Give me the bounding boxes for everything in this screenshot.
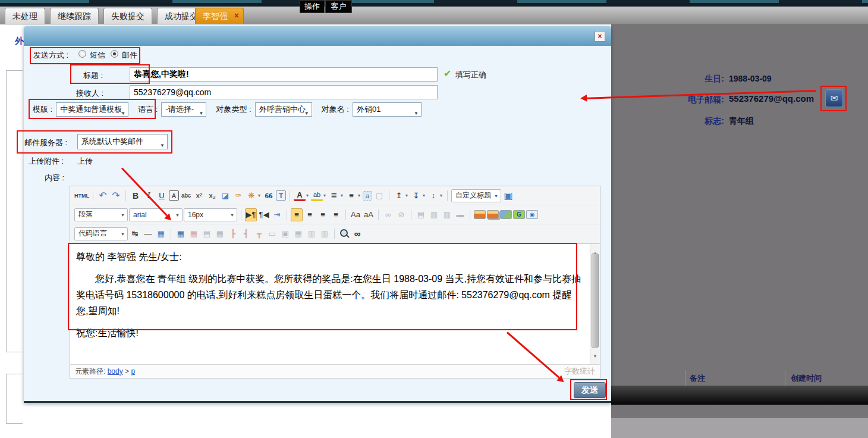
send-button[interactable]: 发送 xyxy=(574,382,606,398)
align-right-icon[interactable]: ≡ xyxy=(317,208,329,221)
target-name-select[interactable]: 外销01 xyxy=(353,102,422,117)
language-select[interactable]: -请选择- xyxy=(161,102,206,117)
send-email-icon[interactable]: ✉ xyxy=(825,89,843,107)
image-inline-icon[interactable]: ▥ xyxy=(428,208,440,221)
image-block-icon[interactable]: ▬ xyxy=(454,208,466,221)
eraser-icon[interactable]: ◪ xyxy=(219,189,231,202)
editor-content-area[interactable]: 尊敬的 李智强 先生/女士: 您好,恭喜您在 青年组 级别的比赛中获奖。您所获得… xyxy=(70,243,600,365)
insert-row-icon[interactable]: ┳ xyxy=(253,227,265,240)
cell-properties-icon[interactable]: ▦ xyxy=(214,227,226,240)
new-page-icon[interactable]: ▢ xyxy=(373,189,385,202)
delete-col-icon[interactable]: ▥ xyxy=(319,227,331,240)
sms-radio[interactable] xyxy=(78,50,86,58)
album-icon[interactable] xyxy=(500,210,512,219)
page-break-icon[interactable]: ↹ xyxy=(129,227,141,240)
search-icon[interactable] xyxy=(338,227,350,240)
uppercase-icon[interactable]: Aa xyxy=(350,208,361,221)
align-left-icon[interactable]: ≡ xyxy=(291,208,303,221)
insert-col-left-icon[interactable]: ┣ xyxy=(227,227,239,240)
scrollbar-thumb[interactable] xyxy=(592,254,599,348)
horizontal-rule-icon[interactable]: — xyxy=(142,227,154,240)
menu-operation[interactable]: 操作 xyxy=(300,0,325,13)
underline-icon[interactable]: U xyxy=(156,189,168,202)
italic-icon[interactable]: I xyxy=(143,189,155,202)
multi-image-icon[interactable] xyxy=(487,210,499,219)
tab-close-icon[interactable]: × xyxy=(234,11,239,20)
title-input[interactable] xyxy=(130,67,438,82)
editor-status-bar: 元素路径: body > p 字数统计 xyxy=(70,364,600,378)
redo-icon[interactable]: ↷ xyxy=(110,189,122,202)
merge-cells-icon[interactable]: ▭ xyxy=(266,227,278,240)
lowercase-icon[interactable]: aA xyxy=(363,208,375,221)
undo-icon[interactable]: ↶ xyxy=(97,189,109,202)
quick-format-icon[interactable]: ❋ xyxy=(246,189,257,202)
delete-row-icon[interactable]: ▥ xyxy=(306,227,317,240)
template-select[interactable]: 中奖通知普通模板 xyxy=(56,102,128,117)
tab-continue-follow[interactable]: 继续跟踪 xyxy=(50,8,99,24)
bold-icon[interactable]: B xyxy=(130,189,141,202)
delete-table-icon[interactable]: ▦ xyxy=(188,227,200,240)
image-align-left-icon[interactable]: ▤ xyxy=(415,208,427,221)
send-message-dialog: × 发送方式 : 短信 邮件 标题 : ✔ 填写正确 接收人 : 模版 : 中奖… xyxy=(24,26,611,403)
font-attr-icon[interactable]: A xyxy=(169,190,179,201)
mail-server-select[interactable]: 系统默认中奖邮件 xyxy=(77,134,168,149)
anchor-icon[interactable]: a xyxy=(363,191,372,201)
flag-label: 标志: xyxy=(654,116,724,127)
unlink-icon[interactable]: ⊘ xyxy=(395,208,407,221)
fullscreen-icon[interactable]: ▣ xyxy=(502,189,514,202)
line-height-icon[interactable]: ↕ xyxy=(427,189,439,202)
link-icon[interactable]: ∞ xyxy=(382,208,394,221)
image-align-right-icon[interactable]: ▥ xyxy=(441,208,453,221)
insert-media-icon[interactable]: ◉ xyxy=(526,210,538,219)
editor-toolbar-row2: 段落arial16px▶¶¶◀⇥≡≡≡≡AaaA∞⊘▤▥▥▬G◉ xyxy=(70,205,600,224)
ltr-paragraph-icon[interactable]: ▶¶ xyxy=(245,208,257,221)
format-brush-icon[interactable]: ✑ xyxy=(232,189,244,202)
font-family-combo[interactable]: arial xyxy=(129,208,183,221)
align-center-icon[interactable]: ≡ xyxy=(304,208,316,221)
paste-as-text-icon[interactable]: T xyxy=(276,190,286,201)
highlight-color-icon[interactable]: ab xyxy=(311,190,323,201)
html-source-icon[interactable]: HTML xyxy=(74,189,89,202)
word-count-link[interactable]: 字数统计 xyxy=(564,366,595,377)
font-color-icon[interactable]: A xyxy=(294,190,306,201)
path-node-p[interactable]: p xyxy=(131,367,135,376)
target-type-select[interactable]: 外呼营销中心 xyxy=(255,102,312,117)
insert-row-below-icon[interactable]: ▦ xyxy=(293,227,304,240)
email-radio[interactable] xyxy=(111,50,118,58)
menu-customer[interactable]: 客户 xyxy=(325,0,352,13)
path-node-body[interactable]: body xyxy=(108,367,123,376)
code-language-combo[interactable]: 代码语言 xyxy=(74,227,128,240)
strikethrough-icon[interactable]: abc xyxy=(180,189,192,202)
recipient-input[interactable] xyxy=(130,85,438,99)
spacing-below-icon[interactable]: ↧ xyxy=(410,189,422,202)
bullet-list-icon[interactable]: ≡ xyxy=(345,189,357,202)
ordered-list-icon[interactable]: ≣ xyxy=(328,189,340,202)
table-properties-icon[interactable]: ▤ xyxy=(201,227,213,240)
custom-heading-combo[interactable]: 自定义标题 xyxy=(451,189,501,202)
insert-table-icon[interactable]: ▦ xyxy=(175,227,187,240)
blockquote-icon[interactable]: 66 xyxy=(263,189,275,202)
insert-col-right-icon[interactable]: ┫ xyxy=(240,227,252,240)
split-cell-icon[interactable]: ▣ xyxy=(279,227,291,240)
insert-image-icon[interactable] xyxy=(474,210,486,219)
align-justify-icon[interactable]: ≡ xyxy=(330,208,342,221)
google-map-icon[interactable]: G xyxy=(513,210,525,219)
spacing-above-icon[interactable]: ↥ xyxy=(393,189,405,202)
subscript-icon[interactable]: x₂ xyxy=(206,189,218,202)
paragraph-format-combo[interactable]: 段落 xyxy=(74,208,128,221)
scroll-down-icon[interactable]: ▼ xyxy=(590,348,600,364)
email-option-label[interactable]: 邮件 xyxy=(122,50,137,61)
upload-link[interactable]: 上传 xyxy=(77,156,93,167)
font-size-combo[interactable]: 16px xyxy=(184,208,237,221)
superscript-icon[interactable]: x² xyxy=(193,189,205,202)
sms-option-label[interactable]: 短信 xyxy=(90,50,105,61)
code-block-icon[interactable]: ▦ xyxy=(155,227,167,240)
editor-scrollbar[interactable]: ▲ ▼ xyxy=(590,244,600,365)
find-replace-icon[interactable]: ∞ xyxy=(351,227,363,240)
tab-unprocessed[interactable]: 未处理 xyxy=(5,8,45,24)
tab-lizhiqiang[interactable]: 李智强 × xyxy=(195,8,244,24)
tab-failed-submit[interactable]: 失败提交 xyxy=(103,8,152,24)
rtl-paragraph-icon[interactable]: ¶◀ xyxy=(258,208,270,221)
dialog-close-icon[interactable]: × xyxy=(595,31,605,42)
auto-typeset-icon[interactable]: ⇥ xyxy=(271,208,283,221)
